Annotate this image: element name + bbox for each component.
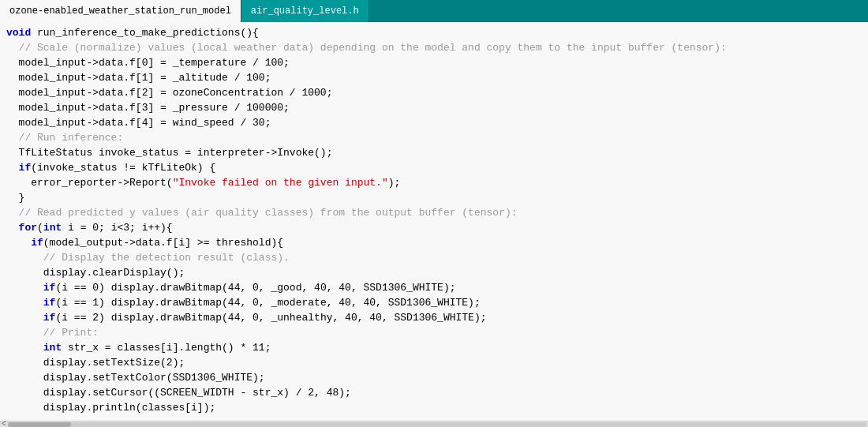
code-token: i = 0; i<3; i++){: [62, 220, 172, 235]
code-token: }: [6, 190, 24, 205]
code-line: model_input->data.f[3] = _pressure / 100…: [0, 100, 868, 115]
code-token: error_reporter->Report(: [6, 175, 173, 190]
scrollbar-container[interactable]: <: [0, 421, 868, 427]
code-line: display.setTextColor(SSD1306_WHITE);: [0, 370, 868, 385]
code-token: model_input->data.f[2] = ozoneConcentrat…: [6, 85, 332, 100]
code-token: (: [37, 220, 43, 235]
tab-air-quality-label: air_quality_level.h: [251, 6, 359, 17]
code-line: if(model_output->data.f[i] >= threshold)…: [0, 235, 868, 250]
scrollbar-track[interactable]: [8, 422, 866, 427]
code-line: error_reporter->Report("Invoke failed on…: [0, 175, 868, 190]
code-line: // Print:: [0, 325, 868, 340]
code-line: if(i == 0) display.drawBitmap(44, 0, _go…: [0, 280, 868, 295]
code-token: if: [6, 280, 55, 295]
code-token: display.println(classes[i]);: [6, 400, 215, 415]
code-line: display.println(classes[i]);: [0, 400, 868, 415]
code-token: model_input->data.f[3] = _pressure / 100…: [6, 100, 290, 115]
code-line: // Display the detection result (class).: [0, 250, 868, 265]
code-token: if: [6, 295, 55, 310]
code-token: "Invoke failed on the given input.": [173, 175, 388, 190]
code-token: // Scale (normalize) values (local weath…: [6, 40, 727, 55]
code-line: }: [0, 190, 868, 205]
code-line: display.setCursor((SCREEN_WIDTH - str_x)…: [0, 385, 868, 400]
code-line: // Run inference:: [0, 130, 868, 145]
code-token: display.setCursor((SCREEN_WIDTH - str_x)…: [6, 385, 351, 400]
code-token: if: [6, 160, 31, 175]
code-token: (i == 1) display.drawBitmap(44, 0, _mode…: [55, 295, 480, 310]
code-token: int: [43, 220, 62, 235]
code-token: (model_output->data.f[i] >= threshold){: [43, 235, 283, 250]
code-container: void run_inference_to_make_predictions()…: [0, 22, 868, 421]
code-line: model_input->data.f[4] = wind_speed / 30…: [0, 115, 868, 130]
code-line: model_input->data.f[0] = _temperature / …: [0, 55, 868, 70]
tab-bar: ozone-enabled_weather_station_run_model …: [0, 0, 868, 22]
tab-run-model[interactable]: ozone-enabled_weather_station_run_model: [0, 0, 241, 22]
tab-air-quality[interactable]: air_quality_level.h: [241, 0, 369, 22]
code-line: display.setTextSize(2);: [0, 355, 868, 370]
code-token: (i == 2) display.drawBitmap(44, 0, _unhe…: [55, 310, 486, 325]
code-line: if(i == 2) display.drawBitmap(44, 0, _un…: [0, 310, 868, 325]
code-token: if: [6, 235, 43, 250]
tab-run-model-label: ozone-enabled_weather_station_run_model: [9, 6, 231, 17]
code-token: // Run inference:: [6, 130, 123, 145]
code-line: TfLiteStatus invoke_status = interpreter…: [0, 145, 868, 160]
code-line: int str_x = classes[i].length() * 11;: [0, 340, 868, 355]
code-token: display.clearDisplay();: [6, 265, 185, 280]
code-line: void run_inference_to_make_predictions()…: [0, 25, 868, 40]
code-token: void: [6, 25, 31, 40]
code-line: // Scale (normalize) values (local weath…: [0, 40, 868, 55]
code-line: if(i == 1) display.drawBitmap(44, 0, _mo…: [0, 295, 868, 310]
code-line: for(int i = 0; i<3; i++){: [0, 220, 868, 235]
code-token: );: [388, 175, 401, 190]
code-line: // Read predicted y values (air quality …: [0, 205, 868, 220]
code-line: if(invoke_status != kTfLiteOk) {: [0, 160, 868, 175]
code-token: int: [6, 340, 62, 355]
code-line: model_input->data.f[2] = ozoneConcentrat…: [0, 85, 868, 100]
code-token: for: [6, 220, 37, 235]
code-line: display.clearDisplay();: [0, 265, 868, 280]
code-token: (invoke_status != kTfLiteOk) {: [31, 160, 215, 175]
code-token: display.setTextColor(SSD1306_WHITE);: [6, 370, 265, 385]
code-token: model_input->data.f[0] = _temperature / …: [6, 55, 290, 70]
code-token: model_input->data.f[1] = _altitude / 100…: [6, 70, 271, 85]
code-token: model_input->data.f[4] = wind_speed / 30…: [6, 115, 271, 130]
code-token: // Read predicted y values (air quality …: [6, 205, 518, 220]
code-token: run_inference_to_make_predictions(){: [31, 25, 259, 40]
code-token: TfLiteStatus invoke_status = interpreter…: [6, 145, 332, 160]
arrow-left-icon[interactable]: <: [2, 420, 6, 427]
code-token: // Display the detection result (class).: [6, 250, 290, 265]
code-token: // Print:: [6, 325, 99, 340]
code-token: if: [6, 310, 55, 325]
scrollbar-thumb[interactable]: [8, 422, 71, 427]
code-token: (i == 0) display.drawBitmap(44, 0, _good…: [55, 280, 455, 295]
code-token: display.setTextSize(2);: [6, 355, 185, 370]
code-line: model_input->data.f[1] = _altitude / 100…: [0, 70, 868, 85]
code-token: str_x = classes[i].length() * 11;: [62, 340, 271, 355]
